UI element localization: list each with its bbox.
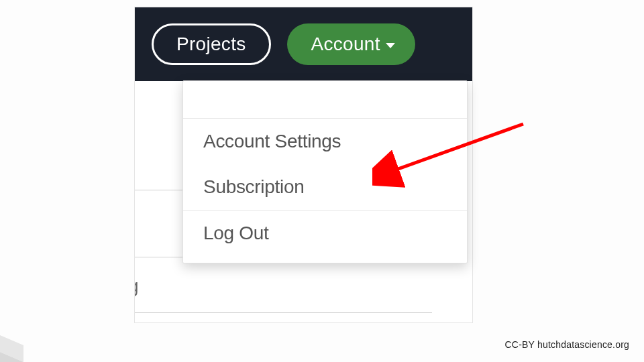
corner-decoration-icon — [0, 315, 47, 362]
attribution-text: CC-BY hutchdatascience.org — [505, 339, 629, 350]
account-button-label: Account — [311, 34, 380, 55]
account-dropdown-button[interactable]: Account — [287, 23, 415, 65]
menu-item-subscription[interactable]: Subscription — [183, 164, 467, 210]
caret-down-icon — [386, 43, 395, 48]
menu-item-log-out[interactable]: Log Out — [183, 210, 467, 256]
menu-item-account-settings[interactable]: Account Settings — [183, 119, 467, 164]
top-navbar: Projects Account — [135, 7, 472, 81]
background-text-fragment: ou' — [134, 135, 135, 156]
account-dropdown-menu: Account Settings Subscription Log Out — [182, 80, 468, 263]
projects-button[interactable]: Projects — [152, 23, 271, 65]
background-text-fragment: odi — [134, 215, 136, 237]
background-text-fragment: ; ag — [134, 276, 138, 297]
background-divider — [134, 312, 432, 313]
